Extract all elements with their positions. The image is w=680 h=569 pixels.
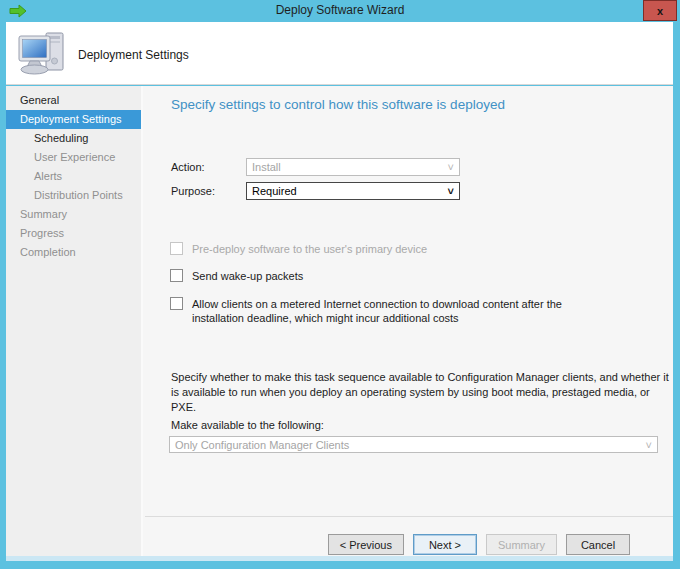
metered-checkbox-label: Allow clients on a metered Internet conn… [192,297,612,325]
sidebar-item-general[interactable]: General [6,91,141,110]
cancel-button[interactable]: Cancel [566,534,630,555]
metered-checkbox-row[interactable]: Allow clients on a metered Internet conn… [170,297,612,325]
sidebar-item-summary: Summary [6,205,141,224]
action-dropdown: Install ˅ [246,158,460,176]
window-title: Deploy Software Wizard [0,3,680,17]
wizard-buttons: < Previous Next > Summary Cancel [328,534,630,555]
action-field-row: Action: Install ˅ [171,158,460,176]
sidebar-item-user-experience: User Experience [6,148,141,167]
sidebar-item-scheduling[interactable]: Scheduling [6,129,141,148]
next-button[interactable]: Next > [413,534,477,555]
close-button[interactable]: x [643,0,677,21]
chevron-down-icon: ˅ [448,162,454,172]
footer-divider [145,516,673,517]
purpose-value: Required [252,185,297,197]
sidebar-item-distribution-points: Distribution Points [6,186,141,205]
wizard-header: Deployment Settings [6,22,673,85]
close-icon: x [657,5,663,17]
predeploy-checkbox-label: Pre-deploy software to the user's primar… [192,242,427,256]
wakeup-checkbox-label: Send wake-up packets [192,269,303,283]
sidebar-item-completion: Completion [6,243,141,262]
action-value: Install [252,161,281,173]
wakeup-checkbox[interactable] [170,269,183,282]
sidebar-item-deployment-settings[interactable]: Deployment Settings [6,110,141,129]
predeploy-checkbox [170,242,183,255]
previous-button[interactable]: < Previous [328,534,404,555]
purpose-label: Purpose: [171,185,246,197]
make-available-label: Make available to the following: [171,419,324,431]
wakeup-checkbox-row[interactable]: Send wake-up packets [170,269,303,283]
wizard-steps-sidebar: General Deployment Settings Scheduling U… [6,86,143,556]
chevron-down-icon: ˅ [448,186,454,196]
action-label: Action: [171,161,246,173]
main-pane: Specify settings to control how this sof… [145,86,673,556]
window-bottom-inner-edge [6,556,673,561]
wizard-body: General Deployment Settings Scheduling U… [6,86,673,556]
chevron-down-icon: ˅ [646,440,652,450]
make-available-value: Only Configuration Manager Clients [175,439,349,451]
task-sequence-description: Specify whether to make this task sequen… [171,370,676,415]
page-heading: Specify settings to control how this sof… [171,97,505,112]
computer-icon [18,30,70,76]
sidebar-item-progress: Progress [6,224,141,243]
purpose-field-row: Purpose: Required ˅ [171,182,460,200]
predeploy-checkbox-row: Pre-deploy software to the user's primar… [170,242,427,256]
page-title: Deployment Settings [78,48,189,62]
summary-button: Summary [486,534,557,555]
metered-checkbox[interactable] [170,297,183,310]
titlebar: Deploy Software Wizard x [0,0,680,22]
deploy-software-wizard-window: Deploy Software Wizard x Deployment Sett… [0,0,680,569]
make-available-dropdown: Only Configuration Manager Clients ˅ [169,436,658,453]
purpose-dropdown[interactable]: Required ˅ [246,182,460,200]
sidebar-item-alerts: Alerts [6,167,141,186]
